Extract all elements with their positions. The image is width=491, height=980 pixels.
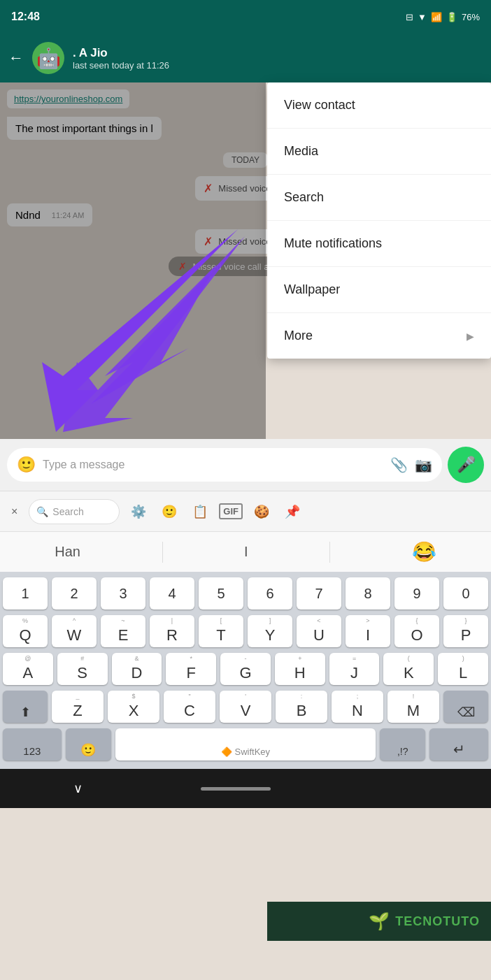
settings-icon[interactable]: ⚙️ [127, 500, 150, 524]
key-k[interactable]: (K [383, 653, 434, 685]
key-3[interactable]: 3 [101, 577, 145, 610]
emoji-key[interactable]: 🙂 [66, 728, 111, 761]
menu-item-search[interactable]: Search [267, 175, 491, 220]
menu-item-label: Media [284, 144, 318, 159]
battery-percent: 76% [462, 12, 480, 22]
contact-info[interactable]: . A Jio last seen today at 11:26 [73, 46, 483, 71]
key-g[interactable]: -G [220, 653, 271, 685]
menu-item-wallpaper[interactable]: Wallpaper [267, 267, 491, 312]
suggestion-emoji[interactable]: 😂 [412, 540, 436, 563]
key-u[interactable]: <U [297, 615, 341, 647]
key-i[interactable]: >I [346, 615, 390, 647]
key-n[interactable]: ;N [332, 691, 383, 723]
shift-key[interactable]: ⬆ [3, 691, 48, 723]
chevron-right-icon: ▶ [467, 331, 474, 342]
key-7[interactable]: 7 [297, 577, 341, 610]
home-indicator[interactable] [201, 787, 271, 791]
key-f[interactable]: *F [166, 653, 216, 685]
key-y[interactable]: ]Y [248, 615, 292, 647]
key-p[interactable]: }P [443, 615, 488, 647]
key-secondary: [ [220, 617, 222, 624]
menu-item-view-contact[interactable]: View contact [267, 82, 491, 128]
dropdown-menu: View contact Media Search Mute notificat… [267, 82, 491, 359]
numbers-key[interactable]: 123 [3, 728, 62, 761]
menu-item-label: More [284, 329, 313, 343]
key-t[interactable]: [T [199, 615, 243, 647]
keyboard: 1 2 3 4 5 6 7 8 9 0 %Q ^W ~E |R [T ]Y <U… [0, 572, 491, 769]
key-v[interactable]: 'V [220, 691, 271, 723]
key-5[interactable]: 5 [199, 577, 243, 610]
key-b[interactable]: :B [276, 691, 327, 723]
menu-item-more[interactable]: More ▶ [267, 313, 491, 359]
key-secondary: " [188, 693, 190, 700]
key-r[interactable]: |R [150, 615, 194, 647]
key-j[interactable]: =J [329, 653, 380, 685]
key-4[interactable]: 4 [150, 577, 194, 610]
key-secondary: % [22, 617, 28, 624]
key-q[interactable]: %Q [3, 615, 48, 647]
key-secondary: : [301, 693, 303, 700]
key-2[interactable]: 2 [52, 577, 97, 610]
attachment-icon[interactable]: 📎 [390, 456, 408, 473]
key-z[interactable]: _Z [52, 691, 104, 723]
battery-icon: 🔋 [446, 12, 457, 22]
key-secondary: ( [408, 655, 410, 662]
key-l[interactable]: )L [438, 653, 488, 685]
qwerty-row: %Q ^W ~E |R [T ]Y <U >I {O }P [3, 615, 488, 647]
key-x[interactable]: $X [108, 691, 159, 723]
menu-item-media[interactable]: Media [267, 129, 491, 174]
key-secondary: | [171, 617, 173, 624]
avatar: 🤖 [32, 42, 64, 74]
smiley-icon[interactable]: 🙂 [157, 500, 181, 524]
suggestion-word1[interactable]: Han [55, 544, 80, 560]
message-input-box[interactable]: 🙂 Type a message 📎 📷 [7, 448, 442, 482]
enter-key[interactable]: ↵ [429, 728, 488, 761]
key-o[interactable]: {O [394, 615, 439, 647]
key-secondary: ~ [121, 617, 124, 624]
key-8[interactable]: 8 [346, 577, 390, 610]
sticker-icon[interactable]: 🍪 [250, 500, 273, 524]
pin-icon[interactable]: 📌 [280, 500, 304, 524]
key-secondary: ' [245, 693, 246, 700]
key-w[interactable]: ^W [52, 615, 97, 647]
clipboard-icon[interactable]: 📋 [188, 500, 212, 524]
message-placeholder[interactable]: Type a message [43, 459, 383, 471]
key-e[interactable]: ~E [101, 615, 145, 647]
suggestion-word2[interactable]: I [244, 544, 248, 560]
key-h[interactable]: +H [275, 653, 325, 685]
menu-item-mute[interactable]: Mute notifications [267, 221, 491, 266]
emoji-search-box[interactable]: 🔍 Search [29, 499, 120, 524]
menu-item-label: Search [284, 190, 324, 205]
close-button[interactable]: × [7, 501, 22, 522]
space-key[interactable]: 🔶 SwiftKey [115, 728, 376, 761]
menu-item-label: View contact [284, 98, 355, 113]
emoji-toolbar: × 🔍 Search ⚙️ 🙂 📋 GIF 🍪 📌 [0, 491, 491, 531]
key-secondary: $ [131, 693, 135, 700]
key-secondary: # [80, 655, 84, 662]
back-button[interactable]: ← [8, 49, 24, 67]
nav-chevron-icon[interactable]: ∨ [73, 781, 83, 796]
key-9[interactable]: 9 [394, 577, 439, 610]
key-6[interactable]: 6 [248, 577, 292, 610]
key-a[interactable]: @A [3, 653, 53, 685]
key-s[interactable]: #S [57, 653, 108, 685]
key-m[interactable]: !M [387, 691, 439, 723]
key-secondary: _ [76, 693, 79, 700]
watermark-area: . [390, 788, 418, 789]
key-0[interactable]: 0 [443, 577, 488, 610]
status-bar: 12:48 ⊟ ▼ 📶 🔋 76% [0, 0, 491, 34]
key-1[interactable]: 1 [3, 577, 48, 610]
bottom-navigation: ∨ . [0, 769, 491, 808]
delete-key[interactable]: ⌫ [443, 691, 488, 723]
mic-button[interactable]: 🎤 [448, 447, 484, 483]
emoji-icon[interactable]: 🙂 [17, 456, 36, 474]
key-c[interactable]: "C [164, 691, 215, 723]
menu-item-label: Mute notifications [284, 236, 382, 251]
gif-icon[interactable]: GIF [219, 503, 243, 519]
key-secondary: - [245, 655, 247, 662]
key-d[interactable]: &D [112, 653, 162, 685]
contact-status: last seen today at 11:26 [73, 60, 483, 71]
punctuation-key[interactable]: ,!? [380, 728, 425, 761]
emoji-search-placeholder[interactable]: Search [52, 506, 83, 517]
camera-icon[interactable]: 📷 [415, 456, 432, 473]
